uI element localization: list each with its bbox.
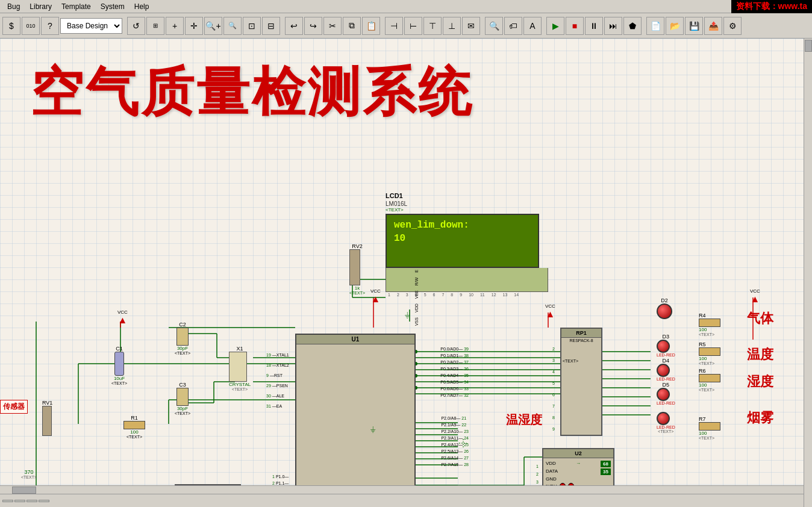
vcc-power-1: VCC ▲	[117, 309, 128, 326]
menu-library[interactable]: Library	[25, 1, 57, 12]
rp1-label: RP1	[561, 329, 601, 338]
r7-value: 100	[699, 431, 720, 436]
tb-new-btn[interactable]: 📄	[646, 17, 664, 35]
d3-label: D3	[657, 334, 675, 340]
menu-bug[interactable]: Bug	[2, 1, 25, 12]
scrollbar-bottom[interactable]	[0, 485, 804, 494]
tb-refresh-btn[interactable]: ↺	[127, 17, 145, 35]
tb-redo-btn[interactable]: ↪	[304, 17, 322, 35]
c3-body	[176, 388, 189, 406]
d4-component: D4 LED-RED	[657, 358, 675, 381]
lcd-pin-row: 1234567891011121314	[386, 293, 548, 297]
lcd-model-label: LM016L	[386, 201, 548, 207]
r6-component: R6 100 <TEXT>	[699, 368, 720, 392]
btn-ok-sensor[interactable]	[39, 500, 49, 502]
crystal-x1: X1 CRYSTAL <TEXT>	[229, 346, 251, 391]
u2-pin2: 2	[536, 472, 539, 476]
r4-label: R4	[699, 313, 720, 319]
u2-data-label: DATA	[546, 468, 558, 475]
tb-export-btn[interactable]: 📤	[704, 17, 722, 35]
x1-text: <TEXT>	[229, 387, 251, 391]
tb-zoomarea-btn[interactable]: ⊟	[262, 17, 280, 35]
tb-pause-btn[interactable]: ⏸	[585, 17, 603, 35]
r4-body	[699, 319, 720, 327]
d4-led	[657, 364, 670, 377]
tb-envelope-btn[interactable]: ✉	[462, 17, 480, 35]
tb-text-btn[interactable]: A	[523, 17, 542, 35]
tb-save-btn[interactable]: 💾	[685, 17, 703, 35]
lcd-text-label: <TEXT>	[386, 207, 548, 213]
tb-stop-btn[interactable]: ■	[566, 17, 584, 35]
tb-binary-btn[interactable]: 010	[22, 17, 40, 35]
tb-bp-btn[interactable]: ⬟	[623, 17, 642, 35]
btn-dec-time[interactable]	[27, 500, 37, 502]
x1-body	[229, 352, 247, 382]
tb-fit-btn[interactable]: ⊡	[243, 17, 261, 35]
r7-text: <TEXT>	[699, 436, 720, 440]
rp1-left-pins: 2 3 4 5 6 7 8 9	[552, 347, 555, 431]
lcd-pin-labels: VSSVDDVEER/WE	[414, 270, 419, 326]
tb-paste-btn[interactable]: 📋	[362, 17, 380, 35]
tb-settings-btn[interactable]: ⚙	[723, 17, 742, 35]
tb-dollar-btn[interactable]: $	[2, 17, 20, 35]
tb-play-btn[interactable]: ▶	[546, 17, 564, 35]
r7-component: R7 100 <TEXT>	[699, 416, 720, 440]
r4-component: R4 100 <TEXT>	[699, 313, 720, 337]
tb-help-btn[interactable]: ?	[41, 17, 59, 35]
menu-system[interactable]: System	[96, 1, 130, 12]
r5-value: 100	[699, 356, 720, 361]
u2-vdd-label: VDD	[546, 461, 556, 467]
d4-label: D4	[657, 358, 675, 364]
btn-add-time[interactable]	[14, 500, 25, 502]
tb-zoomin-btn[interactable]: 🔍+	[204, 17, 222, 35]
lcd-screen: wen_lim_down: 10	[386, 214, 539, 268]
btn-settings[interactable]	[2, 500, 13, 502]
menu-help[interactable]: Help	[130, 1, 154, 12]
d2-label: D2	[657, 297, 672, 303]
watermark-text: 资料下载：www.ta	[731, 0, 813, 13]
tb-plus-btn[interactable]: +	[166, 17, 184, 35]
tb-cut-btn[interactable]: ✂	[323, 17, 342, 35]
tb-search-btn[interactable]: 🔍	[485, 17, 503, 35]
r1-body	[123, 421, 145, 429]
tb-align-left-btn[interactable]: ⊣	[385, 17, 403, 35]
tb-step-btn[interactable]: ⏭	[604, 17, 622, 35]
menu-template[interactable]: Template	[57, 1, 96, 12]
tb-cross-btn[interactable]: ✛	[185, 17, 203, 35]
tb-zoomout-btn[interactable]: 🔍	[223, 17, 242, 35]
tb-copy-btn[interactable]: ⧉	[343, 17, 361, 35]
u2-data-row: DATA 35	[546, 468, 611, 475]
schematic-canvas[interactable]: 空气质量检测系统	[0, 39, 812, 507]
tb-align-top-btn[interactable]: ⊤	[423, 17, 442, 35]
d-bottom-component: LED-RED <TEXT>	[657, 412, 675, 434]
d4-value: LED-RED	[657, 377, 675, 381]
x1-label: X1	[229, 346, 251, 352]
r6-text: <TEXT>	[699, 388, 720, 392]
design-dropdown[interactable]: Base Design	[60, 18, 122, 34]
value-370-num: 370	[21, 469, 37, 475]
c3-value: 30pF	[175, 406, 190, 411]
vcc-power-3: VCC ▲	[545, 303, 555, 320]
tb-align-right-btn[interactable]: ⊢	[404, 17, 422, 35]
x1-value: CRYSTAL	[229, 382, 251, 387]
tb-undo-btn[interactable]: ↩	[285, 17, 303, 35]
d5-label: D5	[657, 382, 675, 388]
scrollbar-right[interactable]	[804, 39, 812, 507]
tb-grid-btn[interactable]: ⊞	[146, 17, 164, 35]
r1-component: R1 100 <TEXT>	[123, 415, 145, 439]
rp1-component: RP1 RESPACK-8 2 3 4 5 6 7 8 9 <TEXT>	[560, 328, 602, 436]
scrollbar-bottom-thumb[interactable]	[12, 487, 36, 494]
mcu-p0-pins: P0.0/AD0—39 P0.1/AD1—38 P0.2/AD2—37 P0.3…	[440, 347, 469, 397]
scrollbar-right-thumb[interactable]	[805, 40, 812, 52]
d3-led	[657, 340, 670, 353]
mcu-name: U1	[296, 335, 414, 344]
tb-align-bottom-btn[interactable]: ⊥	[443, 17, 461, 35]
tb-open-btn[interactable]: 📂	[666, 17, 684, 35]
right-label-shidu: 湿度	[747, 373, 773, 391]
mcu-p2-pins: P2.0/A8—21 P2.1/A9—22 P2.2/A10—23 P2.3/A…	[441, 416, 469, 467]
right-label-qiti: 气体	[747, 309, 773, 328]
tb-tag-btn[interactable]: 🏷	[504, 17, 522, 35]
lcd-component: LCD1 LM016L <TEXT> wen_lim_down: 10 VSSV…	[386, 192, 548, 297]
rp1-text: <TEXT>	[563, 359, 578, 363]
u2-val2: 35	[601, 468, 611, 475]
